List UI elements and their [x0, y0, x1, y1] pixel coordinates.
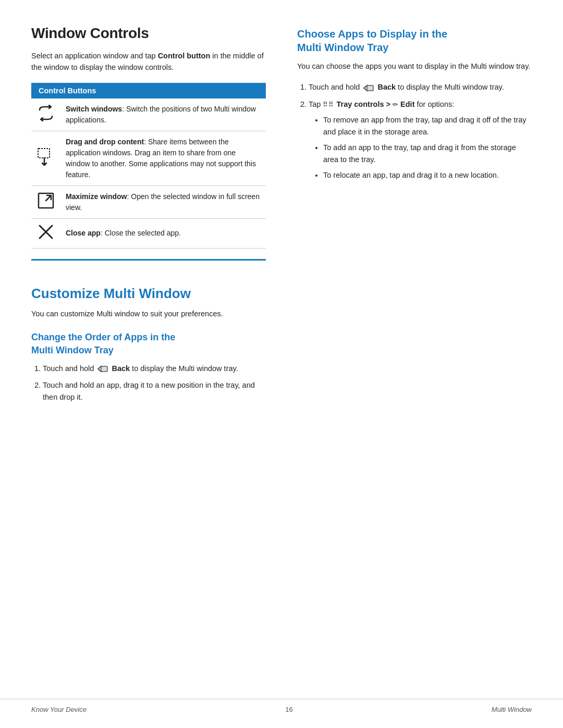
- close-icon: [38, 224, 54, 240]
- step2-text: Touch and hold an app, drag it to a new …: [43, 381, 255, 401]
- close-desc: Close app: Close the selected app.: [60, 218, 266, 248]
- right-step1-pre: Touch and hold: [309, 83, 362, 91]
- svg-rect-0: [38, 149, 50, 158]
- drag-icon-cell: [31, 131, 60, 186]
- switch-desc: Switch windows: Switch the positions of …: [60, 98, 266, 131]
- intro-text-pre: Select an application window and tap: [31, 52, 158, 60]
- step1-post: to display the Multi window tray.: [130, 364, 238, 373]
- maximize-desc: Maximize window: Open the selected windo…: [60, 186, 266, 218]
- customize-intro: You can customize Multi window to suit y…: [31, 308, 266, 319]
- right-step2-post: for options:: [417, 100, 455, 108]
- table-row: Switch windows: Switch the positions of …: [31, 98, 266, 131]
- choose-apps-title: Choose Apps to Display in the Multi Wind…: [297, 27, 532, 54]
- right-step1-post: to display the Multi window tray.: [396, 83, 504, 91]
- right-step2-tray-label: Tray controls >: [336, 100, 393, 108]
- right-step-1: Touch and hold Back to display the Multi…: [309, 81, 532, 93]
- change-order-title: Change the Order of Apps in the Multi Wi…: [31, 331, 266, 356]
- left-column: Window Controls Select an application wi…: [31, 25, 266, 412]
- window-controls-section: Window Controls Select an application wi…: [31, 25, 266, 261]
- drag-label-bold: Drag and drop content: [66, 138, 144, 146]
- close-label-rest: : Close the selected app.: [101, 229, 181, 237]
- change-order-step-1: Touch and hold Back to display the Multi…: [43, 363, 266, 374]
- close-label-bold: Close app: [66, 229, 101, 237]
- table-row: Close app: Close the selected app.: [31, 218, 266, 248]
- step1-bold: Back: [112, 364, 130, 373]
- edit-icon: ✏: [393, 101, 398, 108]
- right-step2-tap: Tap: [309, 100, 323, 108]
- footer-page-number: 16: [285, 706, 292, 713]
- control-buttons-table-wrapper: Control Buttons: [31, 83, 266, 261]
- table-row: Maximize window: Open the selected windo…: [31, 186, 266, 218]
- back-icon: [363, 84, 374, 92]
- control-buttons-header: Control Buttons: [31, 83, 266, 98]
- change-order-steps: Touch and hold Back to display the Multi…: [31, 363, 266, 403]
- tray-icon: ⠿⠿: [323, 100, 334, 110]
- drag-desc: Drag and drop content: Share items betwe…: [60, 131, 266, 186]
- change-order-title-line1: Change the Order of Apps in the: [31, 332, 175, 342]
- svg-rect-4: [101, 366, 107, 372]
- choose-apps-steps: Touch and hold Back to display the Multi…: [297, 81, 532, 181]
- choose-apps-intro: You can choose the apps you want to disp…: [297, 60, 532, 72]
- switch-icon-cell: [31, 98, 60, 131]
- bullet-3: To relocate an app, tap and drag it to a…: [323, 169, 532, 181]
- bullet-3-text: To relocate an app, tap and drag it to a…: [323, 171, 499, 179]
- window-controls-intro: Select an application window and tap Con…: [31, 50, 266, 73]
- step1-pre: Touch and hold: [43, 364, 96, 373]
- right-step-2: Tap ⠿⠿ Tray controls > ✏ Edit for option…: [309, 98, 532, 181]
- choose-apps-title-line2: Multi Window Tray: [297, 42, 388, 53]
- back-icon: [97, 365, 108, 373]
- right-step1-bold: Back: [377, 83, 396, 91]
- drag-drop-icon: [37, 147, 55, 166]
- customize-section: Customize Multi Window You can customize…: [31, 286, 266, 403]
- change-order-step-2: Touch and hold an app, drag it to a new …: [43, 379, 266, 403]
- choose-apps-title-line1: Choose Apps to Display in the: [297, 28, 447, 40]
- maximize-icon: [38, 192, 54, 209]
- right-column: Choose Apps to Display in the Multi Wind…: [297, 25, 532, 412]
- bullet-2-text: To add an app to the tray, tap and drag …: [323, 143, 516, 163]
- switch-label-bold: Switch windows: [66, 105, 122, 113]
- maximize-label-bold: Maximize window: [66, 192, 127, 201]
- back-icon-step1: [96, 364, 112, 373]
- back-icon-right-step1: [362, 83, 377, 91]
- right-step2-edit-label: Edit: [400, 100, 414, 108]
- customize-title: Customize Multi Window: [31, 286, 266, 302]
- bullet-1: To remove an app from the tray, tap and …: [323, 114, 532, 138]
- intro-bold: Control button: [158, 52, 211, 60]
- choose-apps-bullets: To remove an app from the tray, tap and …: [309, 114, 532, 181]
- maximize-icon-cell: [31, 186, 60, 218]
- window-controls-title: Window Controls: [31, 25, 266, 42]
- change-order-title-line2: Multi Window Tray: [31, 345, 114, 355]
- footer-right: Multi Window: [492, 706, 532, 713]
- control-table: Switch windows: Switch the positions of …: [31, 98, 266, 249]
- page-footer: Know Your Device 16 Multi Window: [0, 699, 563, 713]
- close-icon-cell: [31, 218, 60, 248]
- switch-icon: [36, 105, 55, 121]
- bullet-2: To add an app to the tray, tap and drag …: [323, 142, 532, 165]
- table-row: Drag and drop content: Share items betwe…: [31, 131, 266, 186]
- bullet-1-text: To remove an app from the tray, tap and …: [323, 116, 527, 135]
- svg-rect-5: [367, 85, 373, 91]
- footer-left: Know Your Device: [31, 706, 87, 713]
